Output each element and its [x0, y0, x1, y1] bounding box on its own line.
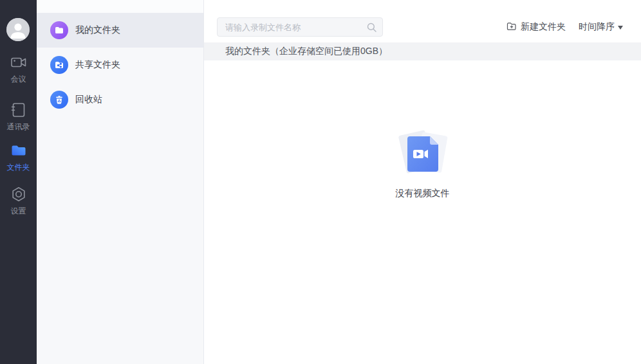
sort-label: 时间降序: [579, 21, 615, 33]
nav-item-settings[interactable]: 设置: [0, 186, 37, 217]
my-folder-icon: [50, 21, 68, 39]
video-file-empty-icon: [397, 174, 449, 185]
nav-item-label: 会议: [11, 75, 26, 84]
sidebar-item-recycle-bin[interactable]: 回收站: [37, 82, 203, 117]
folder-icon: [10, 142, 27, 161]
search-input[interactable]: [218, 18, 382, 36]
recycle-bin-icon: [50, 91, 68, 109]
user-avatar[interactable]: [6, 18, 30, 41]
person-icon: [6, 18, 30, 41]
empty-state-message: 没有视频文件: [358, 188, 487, 199]
nav-item-meeting[interactable]: 会议: [0, 54, 37, 85]
nav-item-label: 设置: [11, 206, 26, 215]
status-bar: 我的文件夹（企业存储空间已使用0GB）: [204, 42, 641, 60]
contacts-book-icon: [10, 102, 27, 121]
sort-dropdown[interactable]: 时间降序: [579, 21, 623, 33]
main-content: ✕ 新建文件夹 时间降序: [204, 0, 641, 364]
folder-plus-icon: [506, 21, 517, 33]
settings-hexagon-icon: [10, 186, 27, 205]
shared-folder-icon: [50, 56, 68, 74]
nav-item-label: 文件夹: [7, 163, 30, 172]
nav-rail: 会议 通讯录 文件夹: [0, 0, 37, 364]
toolbar-actions: 新建文件夹 时间降序: [506, 17, 623, 37]
nav-item-label: 通讯录: [7, 122, 30, 131]
sidebar-item-label: 我的文件夹: [75, 24, 120, 36]
new-folder-button[interactable]: 新建文件夹: [506, 21, 566, 33]
toolbar: 新建文件夹 时间降序: [204, 0, 641, 42]
empty-state: 没有视频文件: [358, 125, 487, 199]
sidebar-item-label: 回收站: [75, 94, 102, 105]
nav-item-folders[interactable]: 文件夹: [0, 142, 37, 173]
search-box: [217, 17, 383, 37]
new-folder-label: 新建文件夹: [521, 21, 566, 33]
sidebar-item-label: 共享文件夹: [75, 59, 120, 71]
search-icon[interactable]: [367, 23, 376, 32]
folder-sidebar: 我的文件夹 共享文件夹: [37, 0, 204, 364]
sidebar-item-shared-folder[interactable]: 共享文件夹: [37, 48, 203, 82]
caret-down-icon: [618, 26, 623, 30]
nav-item-contacts[interactable]: 通讯录: [0, 102, 37, 132]
sidebar-top-strip: [37, 0, 203, 13]
video-camera-icon: [10, 54, 27, 73]
sidebar-item-my-folder[interactable]: 我的文件夹: [37, 13, 203, 48]
storage-status-text: 我的文件夹（企业存储空间已使用0GB）: [225, 46, 387, 57]
